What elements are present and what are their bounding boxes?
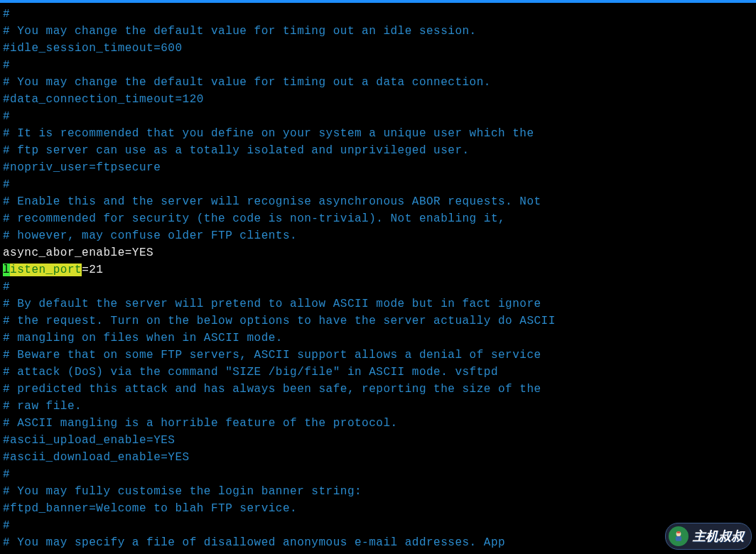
watermark-label: 主机叔叔 [693, 528, 744, 545]
editor-line: # Enable this and the server will recogn… [3, 193, 756, 210]
watermark-badge: 主机叔叔 [665, 523, 752, 550]
editor-line: # predicted this attack and has always b… [3, 381, 756, 398]
editor-line: # You may specify a file of disallowed a… [3, 534, 756, 551]
watermark-avatar-icon [669, 526, 688, 546]
editor-line: # mangling on files when in ASCII mode. [3, 330, 756, 347]
comment-text: # [3, 59, 10, 72]
comment-text: #ftpd_banner=Welcome to blah FTP service… [3, 502, 297, 515]
comment-text: # [3, 178, 10, 191]
comment-text: #nopriv_user=ftpsecure [3, 161, 161, 174]
editor-line: # [3, 278, 756, 295]
editor-line: #ascii_upload_enable=YES [3, 432, 756, 449]
comment-text: # Beware that on some FTP servers, ASCII… [3, 349, 541, 362]
editor-line: #idle_session_timeout=600 [3, 40, 756, 57]
comment-text: # ASCII mangling is a horrible feature o… [3, 417, 398, 430]
editor-line: # however, may confuse older FTP clients… [3, 227, 756, 244]
comment-text: # [3, 110, 10, 123]
editor-line: #nopriv_user=ftpsecure [3, 159, 756, 176]
terminal-editor[interactable]: ## You may change the default value for … [0, 3, 756, 551]
comment-text: # raw file. [3, 400, 82, 413]
editor-line: # It is recommended that you define on y… [3, 125, 756, 142]
editor-line: # the request. Turn on the below options… [3, 313, 756, 330]
editor-line: listen_port=21 [3, 261, 756, 278]
editor-line: async_abor_enable=YES [3, 244, 756, 261]
comment-text: # It is recommended that you define on y… [3, 127, 534, 140]
svg-rect-2 [677, 531, 681, 533]
comment-text: # You may change the default value for t… [3, 76, 491, 89]
svg-rect-1 [676, 536, 681, 541]
editor-line: # [3, 6, 756, 23]
comment-text: # [3, 468, 10, 481]
comment-text: # Enable this and the server will recogn… [3, 195, 541, 208]
editor-line: # [3, 517, 756, 534]
editor-line: # You may change the default value for t… [3, 74, 756, 91]
editor-line: # You may fully customise the login bann… [3, 483, 756, 500]
editor-line: #data_connection_timeout=120 [3, 91, 756, 108]
comment-text: # ftp server can use as a totally isolat… [3, 144, 470, 157]
comment-text: # [3, 8, 10, 21]
editor-line: # You may change the default value for t… [3, 23, 756, 40]
comment-text: # You may specify a file of disallowed a… [3, 536, 505, 549]
config-value: =21 [82, 264, 103, 276]
comment-text: # however, may confuse older FTP clients… [3, 229, 297, 242]
comment-text: # predicted this attack and has always b… [3, 383, 541, 396]
comment-text: # By default the server will pretend to … [3, 298, 541, 310]
comment-text: # attack (DoS) via the command "SIZE /bi… [3, 366, 498, 379]
editor-line: # By default the server will pretend to … [3, 295, 756, 313]
comment-text: # recommended for security (the code is … [3, 212, 505, 225]
editor-cursor: l [3, 264, 10, 276]
comment-text: # [3, 519, 10, 532]
comment-text: # mangling on files when in ASCII mode. [3, 332, 283, 344]
comment-text: # the request. Turn on the below options… [3, 315, 556, 327]
comment-text: # [3, 281, 10, 293]
editor-line: # ftp server can use as a totally isolat… [3, 142, 756, 159]
comment-text: #idle_session_timeout=600 [3, 42, 183, 55]
config-text: async_abor_enable=YES [3, 246, 153, 259]
config-key-highlight: isten_port [10, 264, 82, 276]
comment-text: #ascii_download_enable=YES [3, 451, 190, 464]
comment-text: #ascii_upload_enable=YES [3, 434, 175, 447]
editor-line: # [3, 466, 756, 483]
editor-line: # recommended for security (the code is … [3, 210, 756, 227]
editor-line: # Beware that on some FTP servers, ASCII… [3, 347, 756, 364]
editor-line: #ascii_download_enable=YES [3, 449, 756, 466]
editor-line: # [3, 176, 756, 193]
editor-line: # [3, 57, 756, 74]
editor-line: # raw file. [3, 398, 756, 415]
editor-line: #ftpd_banner=Welcome to blah FTP service… [3, 500, 756, 517]
comment-text: #data_connection_timeout=120 [3, 93, 204, 106]
comment-text: # You may change the default value for t… [3, 25, 477, 38]
editor-line: # [3, 108, 756, 125]
editor-line: # attack (DoS) via the command "SIZE /bi… [3, 364, 756, 381]
editor-line: # ASCII mangling is a horrible feature o… [3, 415, 756, 432]
comment-text: # You may fully customise the login bann… [3, 485, 362, 498]
